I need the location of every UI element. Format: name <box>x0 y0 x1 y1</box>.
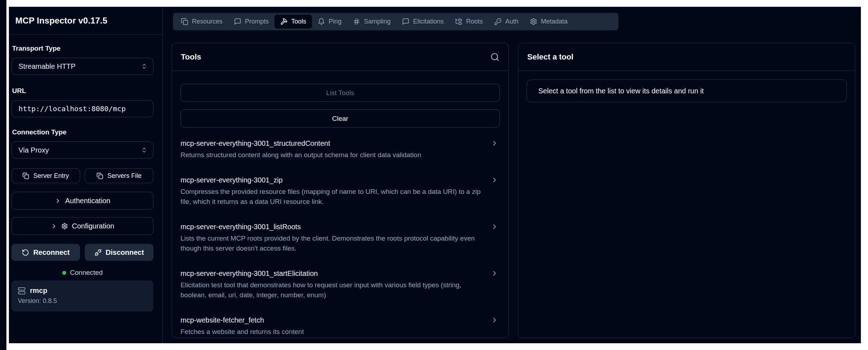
tab-elicitations[interactable]: Elicitations <box>396 15 449 29</box>
connection-type-value: Via Proxy <box>19 146 49 154</box>
sidebar: MCP Inspector v0.17.5 Transport Type Str… <box>9 7 163 343</box>
connection-type-label: Connection Type <box>12 128 153 136</box>
url-value: http://localhost:8080/mcp <box>19 104 126 113</box>
disconnect-label: Disconnect <box>106 248 144 257</box>
tab-metadata[interactable]: Metadata <box>524 15 573 29</box>
tool-list-item[interactable]: mcp-website-fetcher_fetch Fetches a webs… <box>181 315 500 337</box>
mcp-inspector-app: MCP Inspector v0.17.5 Transport Type Str… <box>9 7 861 343</box>
tab-roots[interactable]: Roots <box>449 15 488 29</box>
content-row: Tools List Tools Clear mcp-server-everyt… <box>172 43 855 338</box>
tool-name: mcp-server-everything-3001_zip <box>181 175 484 185</box>
tab-label: Metadata <box>541 18 568 25</box>
app-title: MCP Inspector v0.17.5 <box>15 16 108 26</box>
copy-icon <box>96 173 103 179</box>
key-icon <box>494 18 502 25</box>
gear-icon <box>61 223 68 230</box>
tools-panel-body: List Tools Clear mcp-server-everything-3… <box>172 71 508 338</box>
copy-icon <box>22 173 29 179</box>
tool-name: mcp-server-everything-3001_structuredCon… <box>181 138 484 148</box>
status-label: Connected <box>70 269 103 277</box>
server-icon <box>18 287 26 295</box>
tool-list-item[interactable]: mcp-server-everything-3001_zip Compresse… <box>181 175 500 207</box>
main-area: Resources Prompts Tools Ping Sampling El… <box>163 7 861 343</box>
gear-icon <box>530 18 537 25</box>
tool-detail-body: Select a tool from the list to view its … <box>518 71 855 111</box>
server-info-card: rmcp Version: 0.8.5 <box>11 280 153 312</box>
tool-name: mcp-website-fetcher_fetch <box>181 315 484 325</box>
chevron-right-icon <box>491 269 498 277</box>
message-square-icon <box>402 18 409 25</box>
list-tools-button[interactable]: List Tools <box>181 84 500 102</box>
tab-bar: Resources Prompts Tools Ping Sampling El… <box>173 13 618 30</box>
tab-label: Ping <box>329 18 341 25</box>
tab-label: Auth <box>505 18 518 25</box>
unplug-icon <box>94 249 102 256</box>
tab-label: Tools <box>291 18 306 25</box>
tool-list-item[interactable]: mcp-server-everything-3001_startElicitat… <box>181 268 500 300</box>
reconnect-button[interactable]: Reconnect <box>11 244 80 261</box>
servers-file-label: Servers File <box>107 172 141 180</box>
sidebar-header: MCP Inspector v0.17.5 <box>9 7 162 35</box>
tab-label: Prompts <box>245 18 269 25</box>
rotate-ccw-icon <box>22 249 29 256</box>
tab-ping[interactable]: Ping <box>312 15 347 29</box>
tool-description: Returns structured content along with an… <box>181 150 484 160</box>
folder-tree-icon <box>455 18 462 25</box>
tool-name: mcp-server-everything-3001_listRoots <box>181 222 484 232</box>
url-input[interactable]: http://localhost:8080/mcp <box>11 100 153 117</box>
tab-label: Resources <box>192 18 223 25</box>
tab-tools[interactable]: Tools <box>274 15 312 29</box>
bell-icon <box>318 18 325 25</box>
server-version: Version: 0.8.5 <box>18 297 147 305</box>
clear-button[interactable]: Clear <box>181 109 500 128</box>
authentication-label: Authentication <box>65 197 110 205</box>
message-square-icon <box>234 18 241 25</box>
tab-prompts[interactable]: Prompts <box>228 15 274 29</box>
chevrons-up-down-icon <box>141 63 147 70</box>
hammer-icon <box>280 18 288 25</box>
transport-type-value: Streamable HTTP <box>19 62 75 71</box>
search-icon <box>490 52 500 62</box>
tool-description: Elicitation test tool that demonstrates … <box>181 280 484 300</box>
tool-description: Lists the current MCP roots provided by … <box>181 233 484 253</box>
disconnect-button[interactable]: Disconnect <box>85 244 153 261</box>
chevron-right-icon <box>491 316 498 324</box>
tool-description: Compresses the provided resource files (… <box>181 187 484 207</box>
tab-sampling[interactable]: Sampling <box>347 15 396 29</box>
chevron-right-icon <box>491 176 498 184</box>
reconnect-label: Reconnect <box>33 248 69 257</box>
configuration-toggle[interactable]: Configuration <box>11 217 153 235</box>
tools-panel-title: Tools <box>181 52 201 62</box>
sidebar-content: Transport Type Streamable HTTP URL http:… <box>9 35 162 312</box>
status-dot <box>62 271 66 275</box>
tab-auth[interactable]: Auth <box>488 15 524 29</box>
tab-resources[interactable]: Resources <box>175 15 228 29</box>
tools-panel: Tools List Tools Clear mcp-server-everyt… <box>172 43 509 338</box>
url-label: URL <box>12 87 153 95</box>
servers-file-button[interactable]: Servers File <box>85 168 153 183</box>
chevron-right-icon <box>54 197 61 204</box>
server-name: rmcp <box>30 287 47 295</box>
chevron-right-icon <box>491 139 498 147</box>
server-entry-button[interactable]: Server Entry <box>11 168 80 183</box>
chevrons-up-down-icon <box>141 147 147 153</box>
chevron-right-icon <box>51 223 57 230</box>
authentication-toggle[interactable]: Authentication <box>11 192 153 210</box>
window-edge-strip <box>0 0 6 350</box>
transport-type-select[interactable]: Streamable HTTP <box>11 58 153 75</box>
connection-type-select[interactable]: Via Proxy <box>11 141 153 159</box>
tools-panel-header: Tools <box>172 43 508 71</box>
tool-detail-header: Select a tool <box>518 43 855 71</box>
tab-label: Elicitations <box>413 18 444 25</box>
tool-list: mcp-server-everything-3001_structuredCon… <box>181 138 500 337</box>
tab-label: Roots <box>466 18 483 25</box>
tool-list-item[interactable]: mcp-server-everything-3001_listRoots Lis… <box>181 222 500 253</box>
search-tools-button[interactable] <box>490 52 500 62</box>
tool-detail-title: Select a tool <box>527 52 574 62</box>
copy-buttons-row: Server Entry Servers File <box>11 168 153 183</box>
configuration-label: Configuration <box>72 222 114 230</box>
connection-buttons-row: Reconnect Disconnect <box>11 244 153 261</box>
tool-list-item[interactable]: mcp-server-everything-3001_structuredCon… <box>181 138 500 160</box>
tool-detail-placeholder: Select a tool from the list to view its … <box>527 79 847 102</box>
tool-name: mcp-server-everything-3001_startElicitat… <box>181 268 484 278</box>
